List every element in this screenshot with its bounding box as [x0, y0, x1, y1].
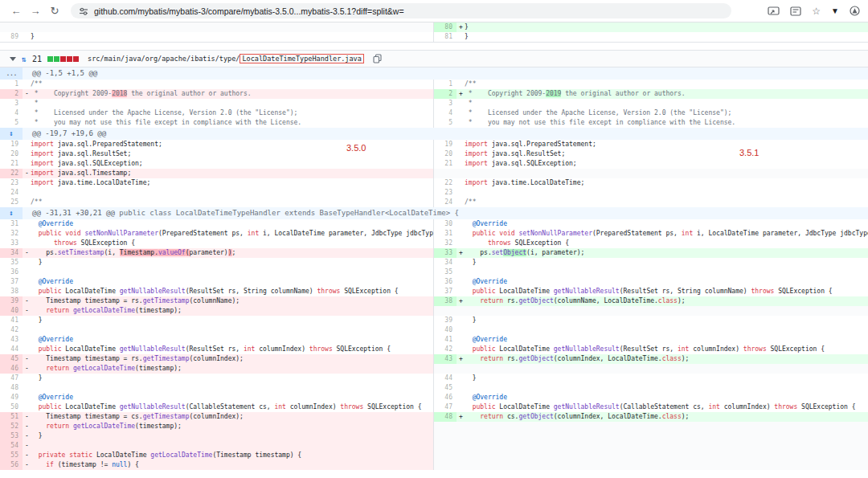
hunk-header-text: @@ -1,5 +1,5 @@ [23, 67, 868, 80]
line-number: 37 [434, 287, 457, 296]
code-token: } [465, 374, 476, 382]
diff-line-row: 3 *3 * [0, 99, 868, 108]
code-token [465, 336, 473, 343]
code-token: getNullableResult [120, 288, 186, 295]
diff-marker [457, 149, 465, 159]
code-cell: import java.time.LocalDateTime; [23, 178, 434, 188]
code-token: public [31, 288, 62, 295]
diff-marker [23, 239, 31, 248]
code-token: set [492, 249, 503, 256]
code-token: class [662, 413, 682, 420]
diff-marker [457, 159, 465, 169]
code-cell: public LocalDateTime getNullableResult(R… [23, 345, 434, 354]
code-token: throws [309, 345, 333, 353]
code-token: public [465, 345, 496, 353]
code-token: } [31, 259, 42, 266]
code-token: getLocalDateTime [73, 307, 135, 314]
code-token: import [465, 160, 488, 167]
bookmark-star-icon[interactable]: ☆ [812, 0, 821, 22]
code-cell: import java.sql.SQLException; [457, 159, 868, 169]
file-name: LocalDateTimeTypeHandler.java [242, 55, 361, 63]
copy-path-button[interactable] [373, 54, 382, 63]
collapse-file-chevron-icon[interactable] [10, 57, 16, 61]
code-token: (columnIndex); [189, 355, 243, 362]
line-number: 50 [0, 402, 23, 412]
downloads-icon[interactable]: ▼ [831, 0, 839, 22]
code-token: (CallableStatement cs, [186, 403, 275, 411]
diff-marker [23, 277, 31, 287]
expand-diff-button[interactable]: ↕ [0, 207, 23, 219]
cast-icon[interactable] [768, 6, 780, 16]
code-token: public [465, 403, 496, 411]
diff-marker: - [23, 431, 31, 441]
code-token: java.sql.SQLException; [54, 160, 143, 167]
compare-diff-page: 80+}89 }81 } ⇅ 21 src/main/java/org/apac… [0, 22, 868, 470]
code-token: java.sql.PreparedStatement; [488, 141, 596, 148]
code-cell: public void setNonNullParameter(Prepared… [457, 229, 868, 239]
diff-rows: ...@@ -1,5 +1,5 @@1 /**1 /**2- * Copyrig… [0, 67, 868, 470]
forward-button[interactable]: → [27, 0, 43, 22]
code-token: * [465, 100, 473, 107]
line-number: 48 [0, 383, 23, 393]
line-number: 23 [0, 178, 23, 188]
code-token: (timestamp); [135, 365, 182, 372]
diff-marker: - [23, 306, 31, 316]
code-cell: public LocalDateTime getNullableResult(R… [457, 345, 868, 354]
code-token: int [274, 403, 285, 411]
code-cell: throws SQLException { [457, 239, 868, 248]
diff-line-row: 37 @Override36 @Override [0, 277, 868, 287]
code-cell: public LocalDateTime getNullableResult(C… [457, 402, 868, 412]
reading-list-icon[interactable] [790, 6, 801, 16]
code-cell: @Override [457, 335, 868, 345]
line-number: 45 [434, 383, 457, 393]
site-settings-icon[interactable] [79, 6, 88, 16]
diff-line-row: 49 @Override46 @Override [0, 393, 868, 402]
file-path-link[interactable]: src/main/java/org/apache/ibatis/type/Loc… [88, 54, 364, 63]
code-cell: /** [457, 80, 868, 89]
code-cell: + ps.setObject(i, parameter); [457, 248, 868, 258]
diff-marker: - [23, 460, 31, 470]
back-button[interactable]: ← [8, 0, 24, 22]
diff-marker: + [457, 22, 465, 32]
code-cell: - ps.setTimestamp(i, Timestamp.valueOf(p… [23, 248, 434, 258]
diff-line-row: 39- Timestamp timestamp = rs.getTimestam… [0, 296, 868, 306]
file-path-prefix: src/main/java/org/apache/ibatis/type/ [88, 55, 240, 63]
line-number: 36 [434, 277, 457, 287]
diff-marker: - [23, 422, 31, 431]
profile-avatar[interactable] [850, 6, 860, 16]
diff-line-row: 44 public LocalDateTime getNullableResul… [0, 345, 868, 354]
diff-marker [23, 402, 31, 412]
expand-diff-button[interactable]: ↕ [0, 128, 23, 140]
code-token: SQLException { [774, 288, 832, 295]
code-token: /** [465, 198, 476, 206]
code-token: @Override [473, 394, 507, 401]
diff-marker [457, 140, 465, 149]
code-token: Object [503, 249, 526, 256]
line-number: 1 [0, 80, 23, 89]
line-number: 43 [434, 354, 457, 364]
code-token: class [662, 355, 682, 362]
code-cell: * [23, 99, 434, 108]
diffstat-block [47, 56, 53, 62]
code-cell [23, 268, 434, 277]
hunk-header-text: @@ -19,7 +19,6 @@ [23, 128, 868, 140]
code-cell: } [23, 316, 434, 325]
diff-marker [457, 229, 465, 239]
code-token: ); [682, 413, 690, 420]
refresh-button[interactable]: ↻ [47, 0, 63, 22]
line-number: 51 [0, 412, 23, 422]
expand-diff-ellipsis[interactable]: ... [0, 67, 23, 80]
code-token: the original author or authors. [127, 90, 251, 97]
code-cell [23, 383, 434, 393]
diff-marker [457, 99, 465, 108]
diff-line-row: 31 @Override30 @Override [0, 219, 868, 229]
code-token: (columnName); [189, 297, 240, 304]
empty-code-cell [457, 451, 868, 460]
line-number: 53 [0, 431, 23, 441]
address-bar[interactable]: github.com/mybatis/mybatis-3/compare/myb… [71, 3, 731, 18]
empty-gutter-cell [434, 441, 457, 451]
code-token: getTimestamp [143, 413, 190, 420]
diff-marker: - [23, 354, 31, 364]
diff-line-row: 50 public LocalDateTime getNullableResul… [0, 402, 868, 412]
code-token: throws [340, 403, 363, 411]
